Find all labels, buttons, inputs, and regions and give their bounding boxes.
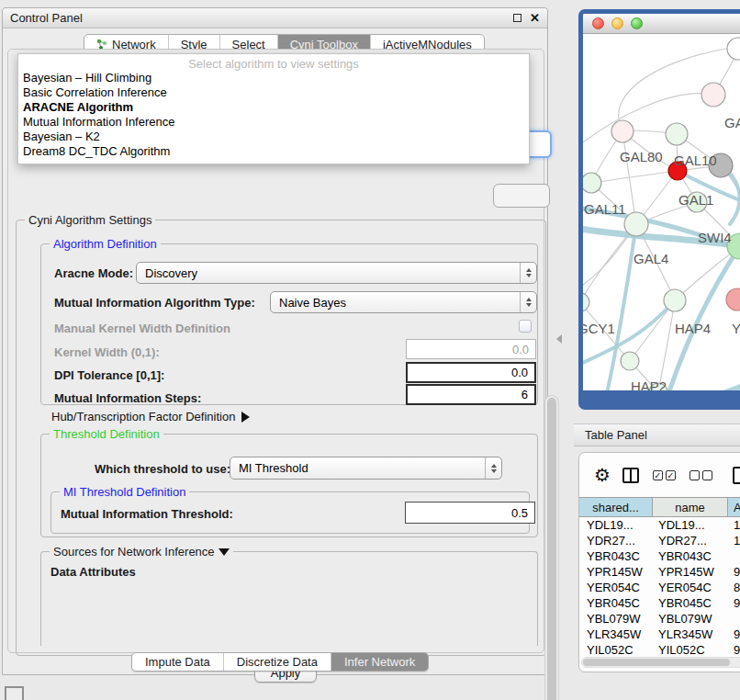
table-cell: YPR145W: [653, 565, 728, 579]
panel-divider-handle-icon[interactable]: [556, 334, 562, 344]
table-row[interactable]: YDR27...YDR27...12: [579, 533, 740, 548]
mi-threshold-group-title: MI Threshold Definition: [60, 485, 189, 499]
network-edge[interactable]: [691, 380, 740, 393]
window-zoom-light-icon[interactable]: [631, 17, 643, 29]
hide-columns-icon[interactable]: [690, 470, 712, 480]
network-node-gal4[interactable]: [624, 212, 648, 236]
table-cell: YDL19...: [579, 518, 653, 532]
table-cell: YLR345W: [579, 627, 653, 641]
settings-group-title: Cyni Algorithm Settings: [25, 213, 155, 227]
hub-definition-expander[interactable]: Hub/Transcription Factor Definition: [51, 410, 250, 423]
algorithm-option[interactable]: Dream8 DC_TDC Algorithm: [18, 144, 529, 159]
network-node-gcy1[interactable]: [583, 293, 589, 311]
algorithm-list: Bayesian – Hill ClimbingBasic Correlatio…: [18, 71, 529, 159]
hidden-combobox[interactable]: [493, 184, 550, 208]
table-cell: 12: [728, 534, 740, 548]
table-cell: 8.: [728, 581, 740, 594]
window-close-light-icon[interactable]: [592, 17, 604, 29]
tab-infer-network[interactable]: Infer Network: [331, 653, 428, 671]
table-cell: YDR27...: [653, 534, 728, 548]
tab-impute-data[interactable]: Impute Data: [132, 653, 224, 671]
settings-vertical-scrollbar[interactable]: [544, 395, 559, 700]
network-canvas[interactable]: GAL7GAL80GAL10GAL1GAL11SWI4GAL4GCY1HAP4Y…: [583, 34, 740, 393]
control-panel-window: Control Panel ✕ NetworkStyleSelectCyni T…: [2, 7, 548, 675]
spinner-icon[interactable]: [520, 292, 536, 312]
kernel-width-field[interactable]: 0.0: [406, 339, 536, 359]
network-node-top-white[interactable]: [727, 38, 740, 60]
network-node-gal10[interactable]: [666, 123, 688, 145]
data-attributes-label: Data Attributes: [50, 565, 136, 579]
table-row[interactable]: YBR043CYBR043C: [579, 548, 740, 564]
cyni-algorithm-settings-group: Cyni Algorithm Settings Algorithm Defini…: [16, 220, 546, 656]
aracne-mode-select[interactable]: Discovery: [136, 262, 537, 284]
table-cell: YBR043C: [653, 549, 728, 563]
table-row[interactable]: YBR045CYBR045C9.: [579, 595, 740, 611]
manual-kernel-checkbox[interactable]: [519, 320, 532, 333]
spinner-icon[interactable]: [520, 263, 536, 283]
network-node-gal7[interactable]: [701, 83, 725, 107]
sources-group-title: Sources for Network Inference: [53, 545, 215, 559]
spinner-icon[interactable]: [485, 457, 501, 479]
kernel-width-value: 0.0: [512, 343, 529, 356]
mi-type-select[interactable]: Naive Bayes: [270, 291, 537, 313]
table-row[interactable]: YIL052CYIL052C9: [579, 642, 740, 658]
network-node-gal11[interactable]: [583, 173, 601, 193]
mi-threshold-field[interactable]: 0.5: [405, 502, 535, 524]
node-label: GAL7: [724, 115, 740, 130]
minimized-panel-icon[interactable]: [5, 686, 24, 700]
algorithm-option[interactable]: Bayesian – K2: [18, 130, 529, 144]
table-cell: YER054C: [653, 581, 728, 594]
mi-threshold-value: 0.5: [511, 506, 528, 520]
table-cell: YDL19...: [653, 518, 728, 532]
function-builder-icon[interactable]: [733, 467, 740, 484]
network-edge[interactable]: [667, 246, 740, 393]
desktop: Control Panel ✕ NetworkStyleSelectCyni T…: [0, 0, 740, 700]
show-columns-icon[interactable]: ✓✓: [653, 470, 676, 480]
table-row[interactable]: YDL19...YDL19...13: [579, 517, 740, 533]
network-node-y-node[interactable]: [726, 288, 740, 310]
gear-icon[interactable]: ⚙: [594, 464, 611, 486]
window-minimize-light-icon[interactable]: [611, 17, 623, 29]
threshold-definition-title: Threshold Definition: [50, 427, 163, 441]
table-header-row: shared...nameA: [579, 497, 740, 517]
algorithm-definition-group: Algorithm Definition Aracne Mode: Discov…: [40, 243, 538, 405]
table-cell: 9.: [728, 596, 740, 610]
table-row[interactable]: YPR145WYPR145W9.: [579, 564, 740, 580]
table-row[interactable]: YBL079WYBL079W: [579, 611, 740, 627]
close-icon[interactable]: ✕: [530, 12, 540, 24]
node-label: GAL10: [674, 152, 717, 168]
table-row[interactable]: YLR345WYLR345W9.: [579, 627, 740, 642]
node-label: HAP4: [675, 321, 711, 336]
algorithm-option[interactable]: Mutual Information Inference: [18, 115, 529, 130]
algorithm-option[interactable]: Basic Correlation Inference: [18, 85, 529, 100]
network-edge[interactable]: [591, 171, 678, 183]
table-horizontal-scrollbar[interactable]: [581, 657, 740, 668]
network-node-hap4[interactable]: [664, 289, 686, 311]
which-threshold-select[interactable]: MI Threshold: [230, 457, 502, 480]
table-cell: YBR045C: [653, 596, 728, 610]
table-cell: YDR27...: [579, 534, 653, 548]
control-panel-title: Control Panel: [10, 11, 83, 25]
mi-steps-field[interactable]: 6: [406, 384, 536, 405]
algorithm-option[interactable]: Bayesian – Hill Climbing: [18, 71, 529, 85]
node-label: GAL11: [584, 201, 626, 217]
algorithm-option[interactable]: ARACNE Algorithm: [18, 100, 529, 115]
split-view-icon[interactable]: [622, 468, 639, 483]
column-header-3[interactable]: A: [728, 498, 740, 516]
node-label: GAL4: [633, 251, 668, 266]
table-panel-titlebar: Table Panel: [574, 423, 740, 446]
network-node-gal80[interactable]: [611, 120, 633, 142]
expander-down-arrow-icon: [219, 548, 230, 556]
expander-right-arrow-icon: [241, 412, 250, 423]
tab-discretize-data[interactable]: Discretize Data: [224, 653, 331, 671]
table-cell: YIL052C: [579, 643, 653, 657]
table-row[interactable]: YER054CYER054C8.: [579, 580, 740, 595]
column-header-1[interactable]: shared...: [579, 498, 653, 516]
dpi-tolerance-field[interactable]: 0.0: [406, 362, 536, 383]
network-edge[interactable]: [583, 94, 713, 153]
sources-group-title-row[interactable]: Sources for Network Inference: [50, 545, 233, 559]
column-header-2[interactable]: name: [653, 498, 728, 516]
network-node-hap2[interactable]: [621, 352, 639, 370]
float-window-icon[interactable]: [513, 14, 521, 22]
manual-kernel-label: Manual Kernel Width Definition: [54, 322, 230, 335]
